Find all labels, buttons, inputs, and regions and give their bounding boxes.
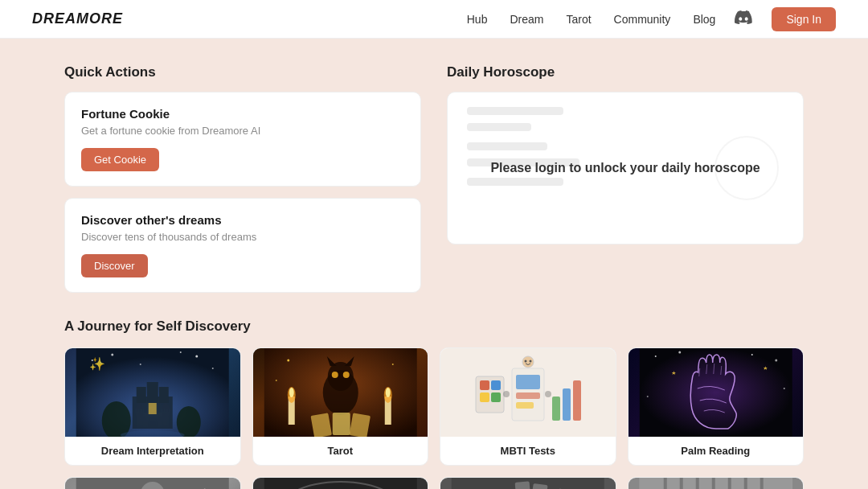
svg-rect-10 bbox=[147, 382, 158, 403]
svg-rect-86 bbox=[663, 478, 666, 489]
palm-reading-image bbox=[628, 348, 804, 437]
svg-point-33 bbox=[275, 380, 276, 381]
svg-rect-87 bbox=[679, 478, 682, 489]
dream-interpretation-image bbox=[65, 348, 240, 437]
svg-point-32 bbox=[391, 364, 393, 365]
sign-in-button[interactable]: Sign In bbox=[772, 7, 836, 31]
svg-point-1 bbox=[92, 360, 93, 361]
svg-rect-71 bbox=[264, 478, 416, 489]
featured-cards-grid: Dream Interpretation bbox=[64, 347, 804, 466]
svg-rect-44 bbox=[563, 388, 571, 421]
nav-tarot[interactable]: Tarot bbox=[566, 13, 591, 26]
fortune-cookie-title: Fortune Cookie bbox=[81, 107, 404, 121]
svg-point-47 bbox=[545, 391, 551, 397]
dream-interpretation-label: Dream Interpretation bbox=[65, 437, 240, 465]
discover-dreams-title: Discover other's dreams bbox=[81, 213, 404, 227]
svg-rect-43 bbox=[552, 397, 560, 421]
nav-community[interactable]: Community bbox=[614, 13, 671, 26]
discover-dreams-card: Discover other's dreams Discover tens of… bbox=[64, 198, 421, 293]
tarot-label: Tarot bbox=[253, 437, 428, 465]
svg-rect-45 bbox=[573, 380, 581, 421]
svg-point-21 bbox=[342, 372, 349, 378]
navbar: DREAMORE Hub Dream Tarot Community Blog … bbox=[0, 0, 868, 39]
quick-actions-title: Quick Actions bbox=[64, 64, 421, 80]
svg-point-24 bbox=[289, 388, 293, 397]
svg-point-56 bbox=[646, 396, 648, 397]
svg-rect-37 bbox=[480, 392, 489, 402]
svg-point-5 bbox=[212, 368, 214, 369]
palm-reading-label: Palm Reading bbox=[628, 437, 804, 465]
palm-reading-card[interactable]: Palm Reading bbox=[628, 347, 805, 466]
daily-horoscope-section: Daily Horoscope Please login to unlock y… bbox=[447, 64, 804, 293]
fortune-cookie-card: Fortune Cookie Get a fortune cookie from… bbox=[64, 92, 421, 187]
svg-rect-38 bbox=[491, 392, 501, 402]
second-card-3[interactable] bbox=[440, 477, 616, 489]
svg-rect-89 bbox=[711, 478, 714, 489]
svg-rect-82 bbox=[515, 481, 531, 489]
tarot-card[interactable]: Tarot bbox=[252, 347, 429, 466]
second-image-2 bbox=[253, 478, 428, 489]
svg-rect-8 bbox=[137, 387, 146, 403]
second-card-2[interactable] bbox=[252, 477, 429, 489]
svg-rect-88 bbox=[695, 478, 698, 489]
svg-rect-11 bbox=[149, 403, 157, 414]
svg-rect-51 bbox=[639, 348, 792, 437]
svg-rect-42 bbox=[516, 402, 534, 409]
fortune-cookie-desc: Get a fortune cookie from Dreamore AI bbox=[81, 125, 404, 137]
svg-rect-41 bbox=[516, 392, 540, 399]
svg-point-27 bbox=[385, 388, 390, 397]
svg-point-3 bbox=[140, 364, 141, 365]
nav-links: Hub Dream Tarot Community Blog bbox=[467, 13, 716, 26]
svg-rect-40 bbox=[516, 375, 540, 389]
second-card-4[interactable] bbox=[628, 477, 805, 489]
horoscope-login-message: Please login to unlock your daily horosc… bbox=[490, 161, 760, 175]
svg-point-50 bbox=[529, 360, 531, 363]
svg-point-20 bbox=[331, 372, 338, 378]
svg-point-55 bbox=[775, 360, 777, 362]
second-card-1[interactable] bbox=[64, 477, 241, 489]
svg-rect-36 bbox=[491, 380, 501, 390]
main-content: Quick Actions Fortune Cookie Get a fortu… bbox=[0, 39, 868, 489]
horoscope-card: Please login to unlock your daily horosc… bbox=[447, 92, 804, 244]
svg-point-17 bbox=[327, 362, 353, 391]
svg-point-2 bbox=[111, 354, 113, 356]
svg-rect-29 bbox=[332, 413, 350, 435]
svg-rect-91 bbox=[743, 478, 747, 489]
daily-horoscope-title: Daily Horoscope bbox=[447, 64, 804, 80]
svg-point-46 bbox=[503, 391, 510, 397]
second-image-3 bbox=[440, 478, 616, 489]
discord-icon[interactable] bbox=[735, 10, 752, 28]
get-cookie-button[interactable]: Get Cookie bbox=[81, 148, 159, 171]
tarot-image bbox=[253, 348, 428, 437]
nav-blog[interactable]: Blog bbox=[693, 13, 715, 26]
svg-point-31 bbox=[287, 360, 289, 362]
svg-point-54 bbox=[751, 354, 752, 355]
discover-dreams-desc: Discover tens of thousands of dreams bbox=[81, 231, 404, 243]
second-image-1 bbox=[65, 478, 240, 489]
two-col-layout: Quick Actions Fortune Cookie Get a fortu… bbox=[64, 64, 804, 293]
svg-rect-92 bbox=[760, 478, 763, 489]
svg-point-57 bbox=[783, 388, 784, 389]
mbti-image bbox=[440, 348, 616, 437]
svg-point-52 bbox=[654, 355, 656, 357]
svg-rect-35 bbox=[480, 380, 489, 390]
svg-point-4 bbox=[195, 355, 198, 358]
svg-rect-85 bbox=[639, 478, 792, 489]
mbti-card[interactable]: MBTI Tests bbox=[440, 347, 616, 466]
horoscope-blurred-bg bbox=[467, 107, 579, 194]
mbti-label: MBTI Tests bbox=[440, 437, 616, 465]
svg-point-49 bbox=[524, 360, 526, 363]
journey-section: A Journey for Self Discovery bbox=[64, 318, 804, 489]
svg-point-6 bbox=[180, 351, 182, 353]
journey-title: A Journey for Self Discovery bbox=[64, 318, 804, 335]
brand-logo[interactable]: DREAMORE bbox=[32, 10, 123, 27]
second-image-4 bbox=[628, 478, 804, 489]
discover-button[interactable]: Discover bbox=[81, 254, 148, 277]
quick-actions-section: Quick Actions Fortune Cookie Get a fortu… bbox=[64, 64, 421, 293]
second-row-cards bbox=[64, 477, 804, 489]
nav-hub[interactable]: Hub bbox=[467, 13, 488, 26]
svg-rect-90 bbox=[727, 478, 731, 489]
svg-rect-9 bbox=[159, 387, 169, 403]
nav-dream[interactable]: Dream bbox=[510, 13, 543, 26]
dream-interpretation-card[interactable]: Dream Interpretation bbox=[64, 347, 241, 466]
